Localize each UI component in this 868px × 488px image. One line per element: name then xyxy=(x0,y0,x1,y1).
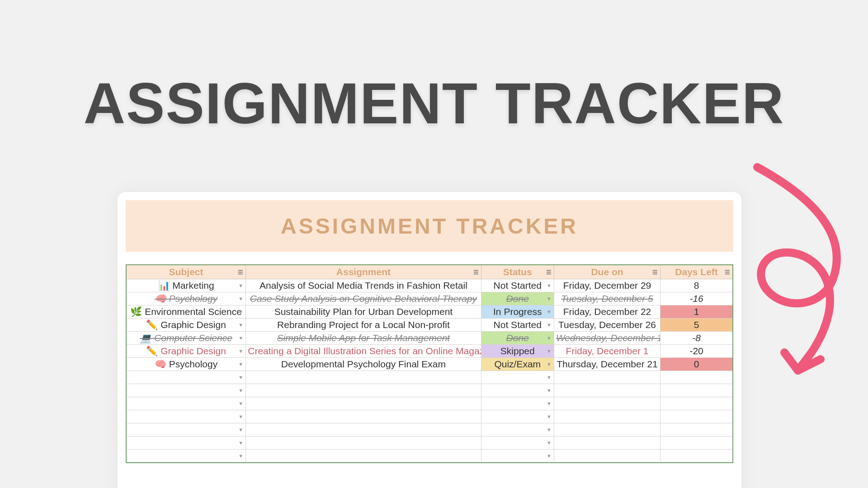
filter-icon[interactable]: ☰ xyxy=(725,269,730,275)
dropdown-caret-icon[interactable]: ▼ xyxy=(547,323,552,328)
empty-cell[interactable]: ▼ xyxy=(481,410,554,423)
cell-status[interactable]: Quiz/Exam▼ xyxy=(481,358,554,371)
empty-cell[interactable] xyxy=(246,450,481,463)
dropdown-caret-icon[interactable]: ▼ xyxy=(547,441,552,446)
cell-due[interactable]: Friday, December 1 xyxy=(554,345,660,358)
empty-cell[interactable] xyxy=(660,371,733,384)
dropdown-caret-icon[interactable]: ▼ xyxy=(238,336,243,341)
filter-icon[interactable]: ☰ xyxy=(473,269,479,275)
empty-cell[interactable] xyxy=(246,410,481,423)
cell-status[interactable]: Done▼ xyxy=(481,332,554,345)
cell-assignment[interactable]: Rebranding Project for a Local Non-profi… xyxy=(246,319,481,332)
col-header-subject[interactable]: Subject ☰ xyxy=(126,265,246,279)
empty-cell[interactable] xyxy=(246,397,481,410)
empty-cell[interactable] xyxy=(554,450,660,463)
cell-assignment[interactable]: Sustainability Plan for Urban Developmen… xyxy=(246,305,481,319)
empty-cell[interactable] xyxy=(660,384,733,397)
cell-due[interactable]: Wednesday, December 13 xyxy=(554,332,660,345)
dropdown-caret-icon[interactable]: ▼ xyxy=(547,427,552,432)
cell-status[interactable]: Done▼ xyxy=(481,292,554,305)
empty-cell[interactable]: ▼ xyxy=(126,450,246,463)
col-header-days[interactable]: Days Left ☰ xyxy=(660,265,733,279)
cell-status[interactable]: In Progress▼ xyxy=(481,305,554,319)
empty-cell[interactable] xyxy=(554,410,660,423)
dropdown-caret-icon[interactable]: ▼ xyxy=(547,310,552,314)
dropdown-caret-icon[interactable]: ▼ xyxy=(238,453,243,458)
cell-subject[interactable]: ✏️ Graphic Design▼ xyxy=(126,345,246,358)
empty-cell[interactable] xyxy=(554,436,660,450)
cell-subject[interactable]: 🌿 Environmental Science▼ xyxy=(126,305,246,319)
dropdown-caret-icon[interactable]: ▼ xyxy=(238,401,243,406)
empty-cell[interactable]: ▼ xyxy=(481,450,554,463)
empty-cell[interactable]: ▼ xyxy=(481,397,554,410)
cell-assignment[interactable]: Developmental Psychology Final Exam xyxy=(246,358,481,371)
dropdown-caret-icon[interactable]: ▼ xyxy=(238,427,243,432)
empty-cell[interactable]: ▼ xyxy=(126,423,246,436)
empty-cell[interactable] xyxy=(660,410,733,423)
cell-due[interactable]: Friday, December 22 xyxy=(554,305,660,319)
empty-cell[interactable] xyxy=(554,371,660,384)
empty-cell[interactable] xyxy=(554,384,660,397)
filter-icon[interactable]: ☰ xyxy=(546,269,552,275)
cell-status[interactable]: Not Started▼ xyxy=(481,279,554,292)
dropdown-caret-icon[interactable]: ▼ xyxy=(238,349,243,354)
dropdown-caret-icon[interactable]: ▼ xyxy=(238,414,243,419)
dropdown-caret-icon[interactable]: ▼ xyxy=(547,388,552,393)
empty-cell[interactable]: ▼ xyxy=(126,410,246,423)
cell-assignment[interactable]: Creating a Digital Illustration Series f… xyxy=(246,345,481,358)
dropdown-caret-icon[interactable]: ▼ xyxy=(547,283,552,288)
cell-assignment[interactable]: Case Study Analysis on Cognitive Behavio… xyxy=(246,292,481,305)
cell-assignment[interactable]: Simple Mobile App for Task Management xyxy=(246,332,481,345)
dropdown-caret-icon[interactable]: ▼ xyxy=(238,323,243,328)
col-header-due[interactable]: Due on ☰ xyxy=(554,265,660,279)
empty-cell[interactable] xyxy=(246,371,481,384)
dropdown-caret-icon[interactable]: ▼ xyxy=(547,362,552,367)
filter-icon[interactable]: ☰ xyxy=(238,269,243,275)
empty-cell[interactable]: ▼ xyxy=(481,371,554,384)
filter-icon[interactable]: ☰ xyxy=(652,269,658,275)
empty-cell[interactable] xyxy=(246,423,481,436)
cell-due[interactable]: Tuesday, December 5 xyxy=(554,292,660,305)
empty-cell[interactable] xyxy=(660,436,733,450)
empty-cell[interactable] xyxy=(554,423,660,436)
dropdown-caret-icon[interactable]: ▼ xyxy=(238,388,243,393)
empty-cell[interactable]: ▼ xyxy=(481,384,554,397)
dropdown-caret-icon[interactable]: ▼ xyxy=(238,362,243,367)
cell-due[interactable]: Thursday, December 21 xyxy=(554,358,660,371)
cell-subject[interactable]: 💻 Computer Science▼ xyxy=(126,332,246,345)
dropdown-caret-icon[interactable]: ▼ xyxy=(238,283,243,288)
dropdown-caret-icon[interactable]: ▼ xyxy=(547,414,552,419)
dropdown-caret-icon[interactable]: ▼ xyxy=(238,296,243,301)
empty-cell[interactable] xyxy=(660,450,733,463)
cell-subject[interactable]: ✏️ Graphic Design▼ xyxy=(126,319,246,332)
cell-due[interactable]: Tuesday, December 26 xyxy=(554,319,660,332)
empty-cell[interactable] xyxy=(246,436,481,450)
empty-cell[interactable]: ▼ xyxy=(126,397,246,410)
cell-subject[interactable]: 🧠 Psychology▼ xyxy=(126,292,246,305)
dropdown-caret-icon[interactable]: ▼ xyxy=(547,296,552,301)
empty-cell[interactable] xyxy=(554,397,660,410)
empty-cell[interactable] xyxy=(660,423,733,436)
empty-cell[interactable]: ▼ xyxy=(481,423,554,436)
dropdown-caret-icon[interactable]: ▼ xyxy=(547,349,552,354)
cell-assignment[interactable]: Analysis of Social Media Trends in Fashi… xyxy=(246,279,481,292)
empty-cell[interactable] xyxy=(660,397,733,410)
empty-cell[interactable]: ▼ xyxy=(126,436,246,450)
cell-status[interactable]: Not Started▼ xyxy=(481,319,554,332)
cell-status[interactable]: Skipped▼ xyxy=(481,345,554,358)
dropdown-caret-icon[interactable]: ▼ xyxy=(238,375,243,380)
dropdown-caret-icon[interactable]: ▼ xyxy=(547,453,552,458)
empty-cell[interactable]: ▼ xyxy=(481,436,554,450)
empty-cell[interactable] xyxy=(246,384,481,397)
empty-cell[interactable]: ▼ xyxy=(126,371,246,384)
cell-due[interactable]: Friday, December 29 xyxy=(554,279,660,292)
dropdown-caret-icon[interactable]: ▼ xyxy=(238,310,243,314)
col-header-assignment[interactable]: Assignment ☰ xyxy=(246,265,481,279)
empty-cell[interactable]: ▼ xyxy=(126,384,246,397)
cell-subject[interactable]: 🧠 Psychology▼ xyxy=(126,358,246,371)
col-header-status[interactable]: Status ☰ xyxy=(481,265,554,279)
dropdown-caret-icon[interactable]: ▼ xyxy=(238,441,243,446)
dropdown-caret-icon[interactable]: ▼ xyxy=(547,336,552,341)
cell-subject[interactable]: 📊 Marketing▼ xyxy=(126,279,246,292)
dropdown-caret-icon[interactable]: ▼ xyxy=(547,401,552,406)
